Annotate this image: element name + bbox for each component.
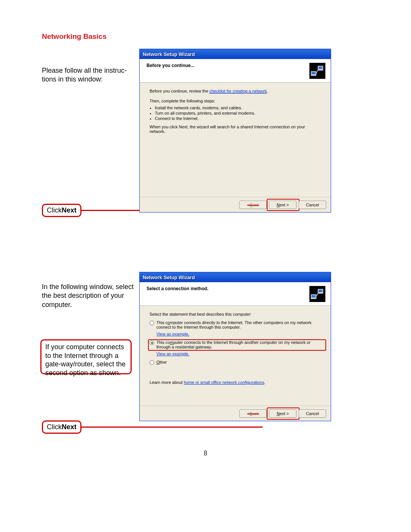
svg-rect-5 xyxy=(312,295,315,297)
instruction-2: In the following window, select the best… xyxy=(42,283,135,309)
svg-rect-3 xyxy=(319,67,322,69)
wizard1-back-button: < Back xyxy=(239,201,267,209)
wizard1-title: Network Setup Wizard xyxy=(143,51,195,57)
wizard1-header-title: Before you continue... xyxy=(147,63,309,68)
learn-more-line: Learn more about home or small office ne… xyxy=(150,380,321,385)
radio-option-2[interactable]: This computer connects to the Internet t… xyxy=(150,340,321,349)
radio-icon[interactable] xyxy=(150,321,154,325)
callout-bold: Next xyxy=(62,206,76,214)
wizard1-line2: Then, complete the following steps: xyxy=(150,99,321,103)
wizard1-line3: When you click Next, the wizard will sea… xyxy=(150,125,321,134)
radio-icon-3[interactable] xyxy=(150,360,154,365)
wizard1-line1b: . xyxy=(267,89,268,93)
wizard2-back-button: < Back xyxy=(239,409,267,418)
wizard1-titlebar: Network Setup Wizard xyxy=(140,49,331,59)
wizard1-button-row: < Back Next > Cancel xyxy=(140,197,331,212)
svg-rect-7 xyxy=(319,290,322,292)
wizard1-line1: Before you continue, review the checklis… xyxy=(150,89,321,93)
callout-text-2: Click xyxy=(47,423,62,431)
radio-icon-selected[interactable] xyxy=(150,340,154,345)
wizard1-next-button[interactable]: Next > xyxy=(269,201,296,209)
wizard2-header: Select a connection method. xyxy=(140,282,331,306)
network-wizard-icon xyxy=(309,63,325,79)
wizard2-header-title: Select a connection method. xyxy=(147,286,309,291)
callout-line-2 xyxy=(81,427,263,428)
wizard2-title: Network Setup Wizard xyxy=(143,275,195,280)
radio-option-1[interactable]: This computer connects directly to the I… xyxy=(150,320,321,329)
wizard1-cancel-button[interactable]: Cancel xyxy=(299,201,326,209)
wizard1-line1a: Before you continue, review the xyxy=(150,89,209,93)
learn-more-link[interactable]: home or small office network configurati… xyxy=(184,380,264,385)
wizard2-cancel-button[interactable]: Cancel xyxy=(299,409,326,418)
wizard1-bullet-3: Connect to the Internet. xyxy=(155,116,321,121)
radio-2-label: This computer connects to the Internet t… xyxy=(156,340,321,349)
callout-bold-2: Next xyxy=(62,423,76,431)
wizard2-body: Select the statement that best describes… xyxy=(140,306,331,406)
network-wizard-icon-2 xyxy=(309,286,325,302)
wizard2-button-row: < Back Next > Cancel xyxy=(140,406,331,421)
page-heading: Networking Basics xyxy=(42,32,107,41)
wizard2-prompt: Select the statement that best describes… xyxy=(150,312,321,316)
callout-click-next-1: Click Next xyxy=(42,204,81,217)
learn-a: Learn more about xyxy=(150,380,184,385)
radio-option-3[interactable]: Other xyxy=(150,360,321,365)
wizard1-bullet-2: Turn on all computers, printers, and ext… xyxy=(155,111,321,115)
view-example-link-1[interactable]: View an example. xyxy=(156,332,190,336)
wizard1-bullet-1: Install the network cards, modems, and c… xyxy=(155,105,321,110)
page-number: 8 xyxy=(0,449,411,457)
view-example-link-2[interactable]: View an example. xyxy=(156,351,190,356)
wizard-window-1: Network Setup Wizard Before you continue… xyxy=(139,49,331,212)
wizard2-titlebar: Network Setup Wizard xyxy=(140,272,331,282)
checklist-link[interactable]: checklist for creating a network xyxy=(209,89,267,94)
radio-3-label: Other xyxy=(156,360,321,364)
wizard-window-2: Network Setup Wizard Select a connection… xyxy=(139,272,331,421)
callout-gateway-text: If your computer connects to the Interne… xyxy=(45,343,126,377)
learn-b: . xyxy=(264,380,265,385)
callout-click-next-2: Click Next xyxy=(42,420,81,434)
radio-1-label: This computer connects directly to the I… xyxy=(156,320,321,329)
callout-gateway-note: If your computer connects to the Interne… xyxy=(40,339,132,374)
wizard1-body: Before you continue, review the checklis… xyxy=(140,83,331,197)
instruction-1: Please follow all the instruc- tions in … xyxy=(42,66,129,84)
wizard1-header: Before you continue... xyxy=(140,59,331,83)
wizard1-bullets: Install the network cards, modems, and c… xyxy=(155,105,321,121)
callout-text: Click xyxy=(47,206,62,214)
wizard2-next-button[interactable]: Next > xyxy=(269,409,296,418)
svg-rect-1 xyxy=(312,72,315,74)
